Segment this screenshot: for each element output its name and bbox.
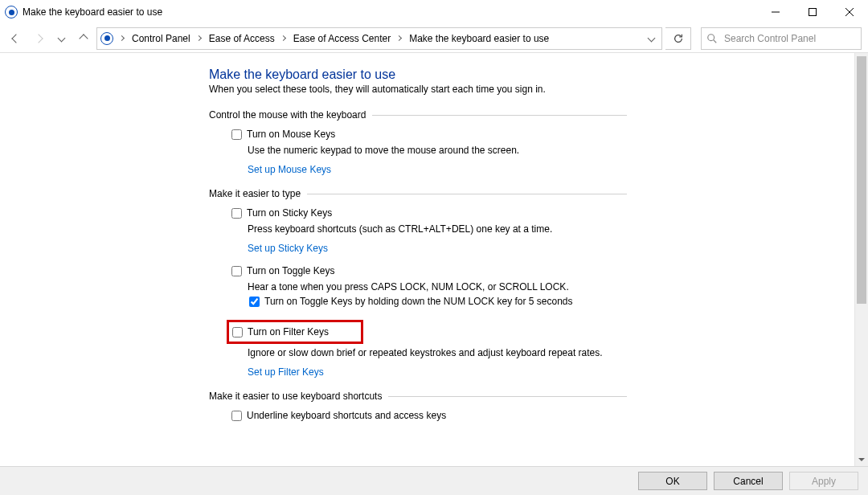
section-shortcuts: Make it easier to use keyboard shortcuts… — [209, 391, 627, 421]
chevron-right-icon — [196, 35, 202, 41]
titlebar: Make the keyboard easier to use — [0, 0, 868, 24]
link-setup-sticky-keys[interactable]: Set up Sticky Keys — [209, 243, 627, 254]
checkbox-input[interactable] — [249, 297, 260, 307]
up-button[interactable] — [74, 29, 93, 48]
checkbox-input[interactable] — [231, 266, 242, 276]
forward-button[interactable] — [29, 29, 48, 48]
content-area: Make the keyboard easier to use When you… — [0, 53, 868, 466]
chevron-right-icon — [396, 35, 402, 41]
navbar: Control Panel Ease of Access Ease of Acc… — [0, 24, 868, 53]
checkbox-mouse-keys[interactable]: Turn on Mouse Keys — [209, 129, 627, 140]
breadcrumb-item[interactable]: Control Panel — [130, 31, 192, 46]
section-header: Make it easier to use keyboard shortcuts — [209, 391, 388, 402]
checkbox-underline-shortcuts[interactable]: Underline keyboard shortcuts and access … — [209, 410, 627, 421]
option-description: Ignore or slow down brief or repeated ke… — [209, 347, 627, 358]
option-description: Hear a tone when you press CAPS LOCK, NU… — [209, 281, 627, 292]
cancel-button[interactable]: Cancel — [714, 472, 783, 490]
breadcrumb-item[interactable]: Ease of Access — [207, 31, 276, 46]
svg-line-5 — [714, 39, 717, 43]
section-type: Make it easier to type Turn on Sticky Ke… — [209, 188, 627, 378]
chevron-right-icon — [119, 35, 125, 41]
search-box[interactable] — [701, 27, 862, 50]
page-subtitle: When you select these tools, they will a… — [209, 84, 627, 95]
checkbox-toggle-keys[interactable]: Turn on Toggle Keys — [209, 265, 627, 276]
ease-of-access-icon — [100, 32, 113, 45]
checkbox-label: Turn on Sticky Keys — [247, 207, 332, 219]
back-button[interactable] — [6, 29, 26, 48]
search-input[interactable] — [723, 32, 856, 45]
checkbox-sticky-keys[interactable]: Turn on Sticky Keys — [209, 207, 627, 219]
ok-button[interactable]: OK — [638, 472, 707, 490]
checkbox-toggle-keys-hold[interactable]: Turn on Toggle Keys by holding down the … — [209, 296, 627, 307]
apply-button[interactable]: Apply — [789, 472, 858, 490]
close-button[interactable] — [831, 0, 868, 24]
window-title: Make the keyboard easier to use — [23, 6, 162, 18]
page-title: Make the keyboard easier to use — [209, 68, 627, 82]
checkbox-input[interactable] — [231, 208, 242, 219]
checkbox-filter-keys[interactable]: Turn on Filter Keys — [232, 326, 329, 338]
breadcrumb-item[interactable]: Make the keyboard easier to use — [407, 31, 551, 46]
address-dropdown[interactable] — [644, 35, 658, 41]
recent-locations-dropdown[interactable] — [51, 29, 71, 48]
scroll-down-button[interactable] — [855, 452, 868, 466]
minimize-button[interactable] — [757, 0, 794, 24]
dialog-footer: OK Cancel Apply — [0, 466, 868, 495]
checkbox-label: Turn on Filter Keys — [248, 326, 329, 338]
svg-rect-1 — [809, 9, 817, 16]
option-description: Use the numeric keypad to move the mouse… — [209, 145, 627, 156]
search-icon — [706, 33, 718, 44]
window-controls — [757, 0, 868, 24]
highlight-filter-keys: Turn on Filter Keys — [227, 320, 363, 344]
breadcrumb-item[interactable]: Ease of Access Center — [292, 31, 392, 46]
section-header: Make it easier to type — [209, 188, 307, 199]
ease-of-access-icon — [5, 6, 18, 18]
option-description: Press keyboard shortcuts (such as CTRL+A… — [209, 223, 627, 235]
link-setup-filter-keys[interactable]: Set up Filter Keys — [209, 366, 627, 378]
section-header: Control the mouse with the keyboard — [209, 109, 372, 121]
scroll-thumb[interactable] — [857, 56, 866, 304]
section-mouse: Control the mouse with the keyboard Turn… — [209, 109, 627, 175]
checkbox-input[interactable] — [231, 411, 242, 421]
checkbox-label: Underline keyboard shortcuts and access … — [247, 410, 446, 421]
checkbox-label: Turn on Toggle Keys by holding down the … — [264, 296, 573, 307]
checkbox-label: Turn on Toggle Keys — [247, 265, 334, 276]
refresh-button[interactable] — [665, 27, 691, 50]
svg-point-4 — [708, 34, 714, 40]
checkbox-input[interactable] — [232, 327, 243, 338]
address-bar[interactable]: Control Panel Ease of Access Ease of Acc… — [96, 27, 662, 50]
chevron-right-icon — [280, 35, 286, 41]
checkbox-input[interactable] — [231, 129, 242, 140]
vertical-scrollbar[interactable] — [854, 53, 868, 466]
maximize-button[interactable] — [794, 0, 831, 24]
link-setup-mouse-keys[interactable]: Set up Mouse Keys — [209, 164, 627, 175]
checkbox-label: Turn on Mouse Keys — [247, 129, 335, 140]
